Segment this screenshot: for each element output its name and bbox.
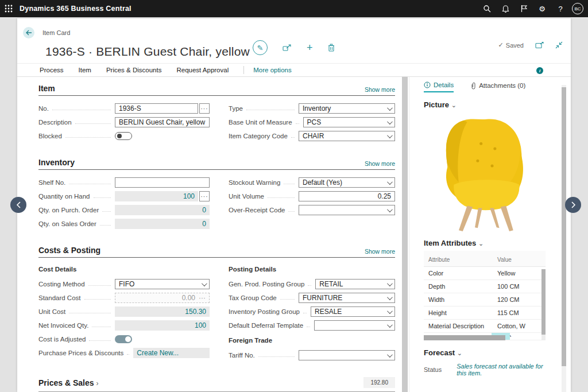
table-row[interactable]: Material DescriptionCotton, W <box>424 320 546 333</box>
item-attributes-section-title[interactable]: Item Attributes ⌄ <box>424 239 550 247</box>
section-costs-posting: Costs & Posting Show more Cost Details C… <box>38 246 395 362</box>
menu-process[interactable]: Process <box>40 67 64 73</box>
chevron-down-icon <box>387 308 393 314</box>
item-category-dropdown[interactable]: CHAIR <box>299 131 395 141</box>
tab-details[interactable]: Details <box>424 81 454 92</box>
prices-sales-title[interactable]: Prices & Sales› <box>38 378 99 387</box>
share-button[interactable] <box>283 44 292 52</box>
blocked-toggle[interactable] <box>115 132 132 140</box>
field-net-invoiced: Net Invoiced Qty. 100 <box>38 319 210 332</box>
section-costs-title[interactable]: Costs & Posting <box>38 246 100 255</box>
field-shelf-no: Shelf No. <box>38 176 210 189</box>
qty-on-hand-value[interactable]: 100 <box>115 191 198 201</box>
unit-volume-input[interactable]: 0.25 <box>299 191 395 201</box>
previous-record-button[interactable] <box>10 197 26 213</box>
section-inventory-title[interactable]: Inventory <box>38 158 75 167</box>
assist-edit-icon[interactable]: ··· <box>199 294 206 302</box>
base-uom-dropdown[interactable]: PCS <box>303 117 395 127</box>
costs-show-more-link[interactable]: Show more <box>365 248 395 255</box>
costing-method-dropdown[interactable]: FIFO <box>115 279 210 289</box>
over-receipt-dropdown[interactable] <box>299 205 395 215</box>
field-no: No. 1936-S ··· <box>38 102 210 115</box>
chevron-down-icon <box>387 294 393 300</box>
feedback-flag-icon[interactable] <box>517 2 531 15</box>
next-record-button[interactable] <box>565 197 581 213</box>
create-new-link[interactable]: Create New... <box>133 348 210 358</box>
notifications-icon[interactable] <box>498 2 512 15</box>
chevron-down-icon <box>387 352 393 358</box>
chevron-down-icon <box>387 207 393 212</box>
unit-cost-value[interactable]: 150.30 <box>115 306 210 317</box>
qty-purch-order-value[interactable]: 0 <box>115 205 210 215</box>
shelf-no-input[interactable] <box>115 177 210 188</box>
open-in-new-window-icon[interactable] <box>535 42 544 49</box>
chevron-down-icon <box>387 179 393 185</box>
collapse-view-icon[interactable] <box>555 41 563 49</box>
table-row[interactable]: Depth100 CM <box>424 280 546 293</box>
no-input[interactable]: 1936-S <box>115 103 198 114</box>
field-purchase-prices: Purchase Prices & Discounts Create New..… <box>38 346 210 360</box>
save-status: ✓ Saved <box>498 41 524 49</box>
table-row[interactable]: Height115 CM <box>424 306 546 320</box>
info-indicator-icon[interactable]: i <box>536 67 543 74</box>
table-row[interactable]: ColorYellow <box>424 267 546 280</box>
field-over-receipt: Over-Receipt Code <box>229 203 395 217</box>
field-gen-prod-group: Gen. Prod. Posting Group RETAIL <box>229 277 395 291</box>
chevron-down-icon <box>387 105 393 111</box>
search-icon[interactable] <box>480 2 494 15</box>
field-description: Description BERLIN Guest Chair, yellow <box>38 115 210 129</box>
field-item-category: Item Category Code CHAIR <box>229 129 395 143</box>
delete-trash-button[interactable] <box>328 44 335 52</box>
chevron-down-icon <box>387 119 393 125</box>
cost-adjusted-toggle[interactable] <box>115 335 132 343</box>
app-title[interactable]: Dynamics 365 Business Central <box>20 5 131 13</box>
gen-prod-group-dropdown[interactable]: RETAIL <box>315 279 395 289</box>
table-row[interactable]: Width120 CM <box>424 293 546 306</box>
item-picture[interactable] <box>424 112 544 234</box>
menu-request-approval[interactable]: Request Approval <box>176 67 229 73</box>
description-input[interactable]: BERLIN Guest Chair, yellow <box>115 117 210 127</box>
attributes-vertical-scrollbar[interactable] <box>541 269 546 340</box>
forecast-section-title[interactable]: Forecast ⌄ <box>424 348 550 357</box>
factbox-scrollbar[interactable] <box>562 85 566 392</box>
attributes-header-row: Attribute Value <box>424 251 546 267</box>
inventory-show-more-link[interactable]: Show more <box>365 160 395 167</box>
attributes-horizontal-scrollbar[interactable] <box>424 335 505 340</box>
account-avatar[interactable]: BC <box>572 3 583 14</box>
stockout-warning-dropdown[interactable]: Default (Yes) <box>299 177 395 188</box>
type-dropdown[interactable]: Inventory <box>299 103 395 114</box>
item-show-more-link[interactable]: Show more <box>365 86 395 93</box>
back-button[interactable] <box>23 27 34 38</box>
field-qty-sales-order: Qty. on Sales Order 0 <box>38 217 210 231</box>
inventory-posting-group-dropdown[interactable]: RESALE <box>311 306 395 317</box>
settings-gear-icon[interactable]: ⚙ <box>535 2 549 15</box>
standard-cost-value[interactable]: 0.00··· <box>115 293 210 303</box>
forecast-status-message[interactable]: Sales forecast not available for this it… <box>457 363 550 377</box>
details-info-icon <box>424 81 431 88</box>
factbox-panel: Details Attachments (0) Picture ⌄ <box>409 77 571 392</box>
tariff-no-dropdown[interactable] <box>299 350 395 360</box>
app-launcher-icon[interactable] <box>0 0 17 17</box>
net-invoiced-value[interactable]: 100 <box>115 320 210 331</box>
qty-assist-edit-button[interactable]: ··· <box>199 191 210 201</box>
qty-sales-order-value[interactable]: 0 <box>115 219 210 229</box>
no-assist-edit-button[interactable]: ··· <box>199 103 210 114</box>
picture-section-title[interactable]: Picture ⌄ <box>424 100 550 109</box>
tax-group-dropdown[interactable]: FURNITURE <box>299 293 395 303</box>
caret-down-icon: ⌄ <box>451 102 457 108</box>
top-bar: Dynamics 365 Business Central ⚙ ? BC <box>0 0 588 17</box>
menu-prices-discounts[interactable]: Prices & Discounts <box>106 67 162 73</box>
section-item: Item Show more No. 1936-S ··· Descriptio… <box>38 84 395 143</box>
menu-more-options[interactable]: More options <box>253 67 291 73</box>
new-record-button[interactable]: + <box>307 42 313 54</box>
deferral-template-dropdown[interactable] <box>314 320 395 331</box>
main-scrollbar[interactable] <box>402 77 408 392</box>
paperclip-icon <box>471 82 476 90</box>
tab-attachments[interactable]: Attachments (0) <box>471 81 525 92</box>
help-icon[interactable]: ? <box>554 2 567 15</box>
card-header: Item Card ✎ + ✓ Saved 1936-S · BER <box>17 18 571 59</box>
main-content: Item Show more No. 1936-S ··· Descriptio… <box>17 77 409 392</box>
section-item-title[interactable]: Item <box>38 84 55 93</box>
menu-item[interactable]: Item <box>79 67 91 73</box>
edit-pencil-button[interactable]: ✎ <box>253 40 268 55</box>
